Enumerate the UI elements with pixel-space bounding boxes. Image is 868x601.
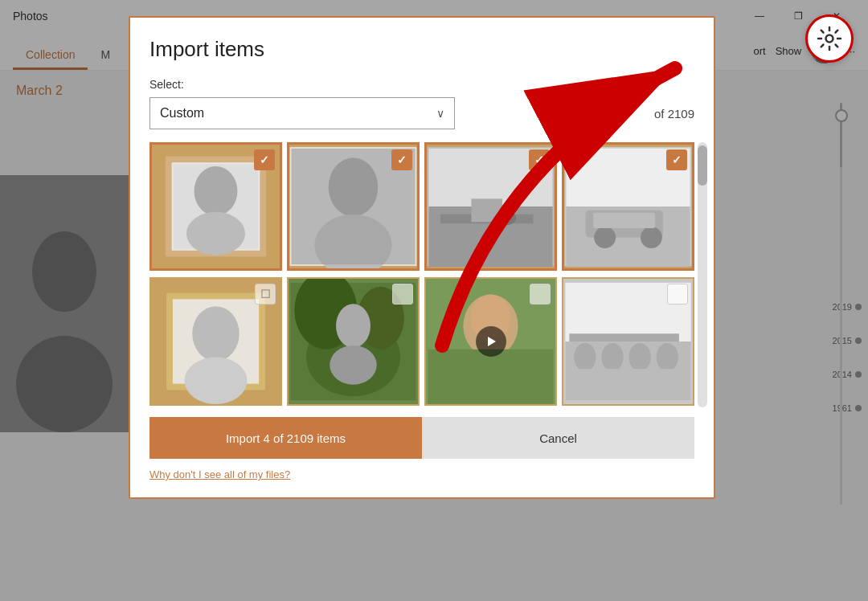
photo-grid: ✓ ✓ (149, 142, 694, 407)
photo-item-6[interactable] (287, 277, 420, 406)
photo-grid-container: ✓ ✓ (149, 142, 694, 407)
svg-point-58 (657, 343, 678, 371)
of-count: of 2109 (654, 107, 694, 121)
dialog-title: Import items (149, 37, 694, 62)
photo-item-4[interactable]: ✓ (562, 142, 694, 271)
svg-point-37 (185, 358, 248, 405)
svg-rect-59 (569, 369, 679, 392)
svg-point-11 (186, 212, 245, 256)
cancel-button[interactable]: Cancel (422, 417, 694, 459)
import-dialog: Import items Select: Custom ∨ of 2109 (129, 16, 715, 499)
svg-point-55 (574, 343, 596, 371)
check-badge-5: ☐ (255, 284, 276, 305)
scrollbar-thumb[interactable] (698, 145, 707, 186)
check-badge-3: ✓ (529, 149, 550, 170)
chevron-down-icon: ∨ (436, 107, 444, 120)
svg-point-56 (601, 343, 623, 371)
svg-point-60 (826, 35, 833, 43)
check-badge-8 (667, 284, 688, 305)
scrollbar-track[interactable] (698, 142, 707, 407)
check-badge-4: ✓ (666, 149, 687, 170)
svg-point-36 (192, 306, 240, 361)
svg-point-31 (641, 227, 662, 248)
photo-item-2[interactable]: ✓ (287, 142, 420, 271)
check-badge-6 (392, 284, 413, 305)
select-row: Custom ∨ of 2109 (149, 97, 694, 129)
svg-point-57 (628, 343, 650, 371)
svg-rect-32 (593, 213, 655, 228)
import-button[interactable]: Import 4 of 2109 items (149, 417, 422, 459)
svg-rect-54 (569, 333, 679, 341)
photo-item-3[interactable]: ✓ (424, 142, 557, 271)
svg-rect-24 (471, 198, 502, 222)
custom-dropdown[interactable]: Custom ∨ (149, 97, 455, 129)
photo-item-7[interactable] (424, 277, 557, 406)
why-link[interactable]: Why don't I see all of my files? (149, 468, 290, 480)
gear-icon (817, 26, 842, 51)
svg-rect-47 (428, 350, 554, 404)
photo-item-8[interactable] (562, 277, 694, 406)
svg-marker-49 (488, 337, 496, 346)
check-badge-2: ✓ (391, 149, 412, 170)
dropdown-value: Custom (160, 106, 204, 121)
svg-point-44 (330, 345, 377, 385)
play-button[interactable] (476, 326, 506, 357)
svg-point-10 (194, 166, 238, 216)
svg-point-43 (336, 304, 371, 348)
check-badge-1: ✓ (254, 149, 275, 170)
select-label: Select: (149, 78, 694, 91)
photo-item-1[interactable]: ✓ (149, 142, 282, 271)
svg-point-30 (594, 227, 616, 248)
check-badge-7 (530, 284, 551, 305)
settings-gear-button[interactable] (805, 14, 854, 63)
photo-item-5[interactable]: ☐ (149, 277, 282, 406)
dialog-footer: Import 4 of 2109 items Cancel (149, 417, 694, 459)
